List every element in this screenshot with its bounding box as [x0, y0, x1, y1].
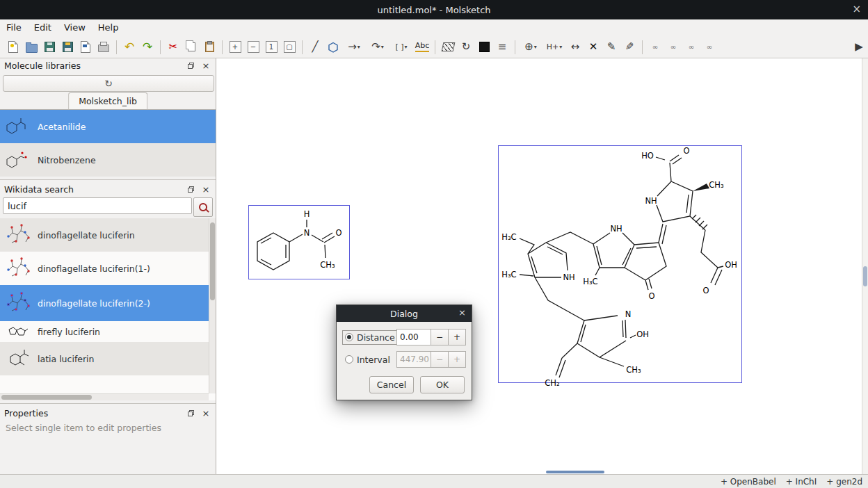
- wikidata-item-dinoflagellate-luciferin-1[interactable]: dinoflagellate luciferin(1-): [0, 252, 209, 285]
- molecule-thumbnail: [4, 116, 32, 137]
- menu-help[interactable]: Help: [92, 19, 125, 36]
- dialog-close-button[interactable]: ×: [458, 307, 466, 318]
- distance-decrement-button[interactable]: −: [431, 329, 449, 345]
- atom-label: H: [304, 209, 310, 219]
- bracket-tool-button[interactable]: [ ]▾: [389, 38, 413, 56]
- library-item-nitrobenzene[interactable]: Nitrobenzene: [0, 143, 216, 177]
- acetanilide-molecule[interactable]: H N O CH₃: [257, 209, 342, 270]
- ring-tool-button[interactable]: [324, 38, 342, 56]
- color-swatch-button[interactable]: [475, 38, 493, 56]
- text-tool-button[interactable]: Abc: [413, 38, 431, 56]
- library-list: Acetanilide Nitrobenzene: [0, 110, 216, 177]
- large-molecule[interactable]: HO O CH₃ NH NH H₃C H₃C NH H₃C O OH O N O…: [501, 146, 737, 388]
- mechanism-arrow-button[interactable]: ↷▾: [366, 38, 389, 56]
- zoom-in-button[interactable]: +: [226, 38, 244, 56]
- line-width-button[interactable]: ≡: [493, 38, 511, 56]
- save-button[interactable]: [40, 38, 58, 56]
- interval-decrement-button[interactable]: −: [431, 351, 449, 368]
- window-titlebar[interactable]: untitled.mol* - Molsketch ×: [0, 0, 868, 19]
- scrollbar-thumb[interactable]: [1, 395, 92, 400]
- library-refresh-button[interactable]: ↻: [3, 75, 214, 92]
- menu-edit[interactable]: Edit: [28, 19, 58, 36]
- interval-increment-button[interactable]: +: [448, 351, 466, 368]
- wikidata-item-latia-luciferin[interactable]: latia luciferin: [0, 342, 209, 375]
- wikidata-vertical-scrollbar[interactable]: [209, 218, 216, 393]
- atom-label: N: [625, 309, 632, 319]
- paste-button[interactable]: [200, 38, 218, 56]
- openbabel-tool-4-button[interactable]: ∞: [700, 38, 718, 56]
- menu-file[interactable]: File: [0, 19, 28, 36]
- distance-value-input[interactable]: 0.00: [396, 329, 431, 345]
- canvas-area[interactable]: H N O CH₃ HO O CH₃ NH NH H₃C H₃C NH H₃C …: [216, 58, 868, 474]
- atom-label: O: [683, 146, 689, 156]
- hydrogen-tool-button[interactable]: H+▾: [542, 38, 566, 56]
- interval-spinbox: 447.90 − +: [396, 351, 466, 368]
- window-close-button[interactable]: ×: [852, 3, 861, 15]
- openbabel-tool-3-button[interactable]: ∞: [682, 38, 700, 56]
- tab-molsketch-lib[interactable]: Molsketch_lib: [68, 92, 147, 109]
- wikidata-panel-header: Wikidata search ×: [0, 182, 216, 196]
- reaction-arrow-button[interactable]: →▾: [342, 38, 366, 56]
- paste-icon: [205, 42, 214, 52]
- molecule-tool-icon: ∞: [670, 44, 676, 51]
- toolbar-extension-button[interactable]: ▶: [850, 38, 868, 56]
- ok-button[interactable]: OK: [420, 376, 465, 393]
- charge-tool-button[interactable]: ⊕▾: [519, 38, 542, 56]
- properties-panel-float-button[interactable]: [185, 407, 196, 418]
- zoom-original-button[interactable]: 1: [262, 38, 280, 56]
- wikidata-search-button[interactable]: [193, 197, 213, 217]
- properties-panel-close-button[interactable]: ×: [200, 407, 211, 418]
- draw-bond-button[interactable]: ╱: [306, 38, 324, 56]
- zoom-fit-button[interactable]: ▢: [280, 38, 298, 56]
- hatch-pattern-button[interactable]: [439, 38, 457, 56]
- openbabel-tool-1-button[interactable]: ∞: [646, 38, 664, 56]
- zoom-out-button[interactable]: −: [244, 38, 262, 56]
- dialog-titlebar[interactable]: Dialog ×: [337, 305, 472, 322]
- redo-button[interactable]: ↷: [138, 38, 156, 56]
- library-panel-close-button[interactable]: ×: [200, 60, 211, 71]
- menu-view[interactable]: View: [58, 19, 92, 36]
- pen-tool-2-button[interactable]: ✎: [620, 38, 638, 56]
- wikidata-panel-float-button[interactable]: [185, 184, 196, 195]
- canvas-vertical-scrollbar[interactable]: [862, 58, 868, 474]
- distance-option[interactable]: Distance: [342, 330, 400, 345]
- open-file-button[interactable]: [22, 38, 40, 56]
- wikidata-item-dinoflagellate-luciferin-2[interactable]: dinoflagellate luciferin(2-): [0, 285, 209, 321]
- scrollbar-thumb[interactable]: [863, 266, 867, 286]
- openbabel-tool-2-button[interactable]: ∞: [664, 38, 682, 56]
- dropdown-caret-icon: ▾: [381, 44, 384, 50]
- interval-radio[interactable]: [345, 355, 353, 364]
- black-swatch-icon: [479, 42, 490, 52]
- library-item-acetanilide[interactable]: Acetanilide: [0, 110, 216, 143]
- wikidata-item-firefly-luciferin[interactable]: firefly luciferin: [0, 321, 209, 342]
- distance-radio[interactable]: [345, 333, 353, 341]
- interval-value-input[interactable]: 447.90: [396, 351, 431, 368]
- delete-tool-button[interactable]: ✕: [584, 38, 602, 56]
- distance-increment-button[interactable]: +: [448, 329, 466, 345]
- interval-label: Interval: [357, 355, 390, 365]
- flip-tool-button[interactable]: ↔: [566, 38, 584, 56]
- print-button[interactable]: [95, 38, 113, 56]
- interval-option[interactable]: Interval: [342, 352, 395, 367]
- scrollbar-thumb[interactable]: [210, 222, 215, 300]
- wikidata-item-dinoflagellate-luciferin[interactable]: dinoflagellate luciferin: [0, 218, 209, 252]
- undo-button[interactable]: ↶: [120, 38, 138, 56]
- main-toolbar: ↶ ↷ ✂ + − 1 ▢ ╱ →▾ ↷▾ [ ]▾ Abc ↻ ≡ ⊕▾ H+…: [0, 36, 868, 58]
- wikidata-horizontal-scrollbar[interactable]: [0, 393, 209, 400]
- library-panel-float-button[interactable]: [185, 60, 196, 71]
- pen-tool-1-button[interactable]: ✎: [602, 38, 620, 56]
- dialog-window: Dialog × Distance 0.00 − + Interval 447.…: [336, 304, 472, 400]
- canvas-horizontal-scrollbar-thumb[interactable]: [546, 471, 604, 473]
- atom-label: CH₃: [626, 365, 641, 375]
- toolbar-separator: [302, 40, 303, 54]
- wikidata-panel-close-button[interactable]: ×: [200, 184, 211, 195]
- cut-button[interactable]: ✂: [164, 38, 182, 56]
- new-file-button[interactable]: [4, 38, 22, 56]
- rotate-tool-button[interactable]: ↻: [457, 38, 475, 56]
- cancel-button[interactable]: Cancel: [369, 376, 414, 393]
- export-button[interactable]: [77, 38, 95, 56]
- copy-button[interactable]: [182, 38, 200, 56]
- wikidata-search-input[interactable]: [3, 197, 192, 214]
- mechanism-arrow-icon: ↷: [371, 42, 380, 52]
- save-as-button[interactable]: [58, 38, 77, 56]
